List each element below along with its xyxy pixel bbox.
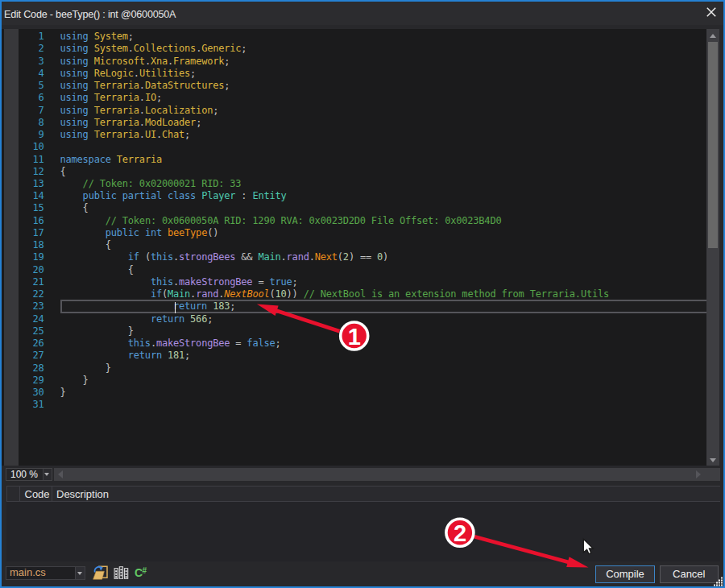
code-token: . <box>151 337 156 349</box>
zoom-dropdown-button[interactable] <box>43 469 52 480</box>
code-line-12[interactable]: 12{ <box>19 166 706 178</box>
code-token <box>60 190 83 201</box>
code-token: } <box>106 362 111 374</box>
code-token: . <box>156 129 162 140</box>
code-line-26[interactable]: 26 this.makeStrongBee = false; <box>19 337 706 350</box>
add-document-icon[interactable] <box>91 565 109 581</box>
csharp-icon[interactable]: C # <box>135 565 152 581</box>
scroll-up-arrow-icon[interactable] <box>710 34 716 38</box>
line-number: 1 <box>19 31 44 43</box>
code-token: )) <box>287 288 298 300</box>
code-line-17[interactable]: 17 public int beeType() <box>19 227 706 239</box>
code-token: Microsoft <box>94 56 145 67</box>
code-line-15[interactable]: 15 { <box>19 202 706 214</box>
code-token: using <box>60 92 89 103</box>
line-number: 4 <box>19 68 44 80</box>
vertical-scrollbar[interactable] <box>706 29 719 466</box>
code-line-28[interactable]: 28 } <box>19 362 706 375</box>
column-separator[interactable] <box>19 487 20 501</box>
code-line-16[interactable]: 16 // Token: 0x0600050A RID: 1290 RVA: 0… <box>19 215 706 227</box>
code-token <box>354 251 360 263</box>
line-number: 30 <box>19 387 44 399</box>
vertical-scrollbar-thumb[interactable] <box>708 42 718 248</box>
code-line-6[interactable]: 6using Terraria.IO; <box>19 92 706 104</box>
code-token: { <box>106 239 111 251</box>
zoom-level-combobox[interactable]: 100 % <box>6 468 52 481</box>
code-editor[interactable]: 1using System;2using System.Collections.… <box>2 29 719 466</box>
close-button[interactable] <box>702 2 720 22</box>
scroll-right-arrow-icon[interactable] <box>696 470 701 478</box>
code-line-31[interactable]: 31 <box>19 399 706 411</box>
code-token: Localization <box>145 105 213 116</box>
code-line-7[interactable]: 7using Terraria.Localization; <box>19 105 706 117</box>
code-token: Next <box>315 251 338 263</box>
code-line-14[interactable]: 14 public partial class Player : Entity <box>19 190 706 202</box>
code-token <box>162 227 168 238</box>
code-line-2[interactable]: 2using System.Collections.Generic; <box>19 43 706 55</box>
code-line-4[interactable]: 4using ReLogic.Utilities; <box>19 68 706 80</box>
resize-grip[interactable] <box>713 576 723 586</box>
code-token: Terraria <box>94 129 139 140</box>
code-token <box>371 251 377 263</box>
code-token: Terraria <box>117 154 162 165</box>
code-line-19[interactable]: 19 if (this.strongBees && Main.rand.Next… <box>19 251 706 263</box>
code-line-18[interactable]: 18 { <box>19 239 706 251</box>
code-token: . <box>139 92 145 103</box>
code-token: 2 <box>343 251 349 263</box>
code-text: using Terraria.DataStructures; <box>44 80 230 91</box>
code-token: } <box>128 325 134 337</box>
code-token: // Token: 0x02000021 RID: 33 <box>83 178 242 189</box>
code-line-9[interactable]: 9using Terraria.UI.Chat; <box>19 129 706 141</box>
code-line-5[interactable]: 5using Terraria.DataStructures; <box>19 80 706 92</box>
code-token: . <box>173 251 179 263</box>
compile-button[interactable]: Compile <box>595 565 655 583</box>
code-text <box>44 141 60 152</box>
code-token <box>60 362 106 374</box>
file-dropdown-button[interactable] <box>75 567 85 579</box>
compiler-error-list: Code Description <box>6 486 720 562</box>
code-text: // Token: 0x0600050A RID: 1290 RVA: 0x00… <box>44 215 502 226</box>
cancel-button[interactable]: Cancel <box>660 565 719 583</box>
line-number: 21 <box>19 276 44 288</box>
code-token: ; <box>213 105 218 116</box>
code-line-20[interactable]: 20 { <box>19 264 706 276</box>
error-list-body <box>6 502 720 562</box>
code-line-10[interactable]: 10 <box>19 141 706 153</box>
scroll-left-arrow-icon[interactable] <box>58 470 63 478</box>
code-line-1[interactable]: 1using System; <box>19 31 706 43</box>
column-header-description[interactable]: Description <box>56 487 109 501</box>
code-token <box>60 288 151 300</box>
title-bar[interactable]: Edit Code - beeType() : int @0600050A <box>2 2 723 25</box>
code-line-27[interactable]: 27 return 181; <box>19 350 706 362</box>
code-line-11[interactable]: 11namespace Terraria <box>19 154 706 166</box>
code-token <box>89 80 94 91</box>
file-combobox[interactable]: main.cs <box>6 566 85 580</box>
code-line-8[interactable]: 8using Terraria.ModLoader; <box>19 117 706 129</box>
code-token: rand <box>196 288 218 300</box>
scroll-down-arrow-icon[interactable] <box>710 458 716 462</box>
scrollbar-corner <box>705 468 720 482</box>
code-line-23[interactable]: 23 return 183; <box>19 300 706 313</box>
code-area[interactable]: 1using System;2using System.Collections.… <box>19 31 706 465</box>
column-header-code[interactable]: Code <box>25 487 50 501</box>
horizontal-scrollbar[interactable] <box>54 468 705 482</box>
code-token <box>89 129 94 140</box>
line-number: 5 <box>19 80 44 92</box>
code-line-29[interactable]: 29 } <box>19 375 706 387</box>
code-token: ( <box>145 251 151 263</box>
code-token: return <box>173 300 207 312</box>
code-token <box>162 350 168 361</box>
code-text: using Terraria.IO; <box>44 92 162 103</box>
code-line-22[interactable]: 22 if(Main.rand.NextBool(10)) // NextBoo… <box>19 288 706 300</box>
code-line-3[interactable]: 3using Microsoft.Xna.Framework; <box>19 56 706 68</box>
code-line-21[interactable]: 21 this.makeStrongBee = true; <box>19 276 706 288</box>
code-line-25[interactable]: 25 } <box>19 325 706 337</box>
column-separator[interactable] <box>52 487 52 501</box>
code-line-13[interactable]: 13 // Token: 0x02000021 RID: 33 <box>19 178 706 190</box>
code-token: partial <box>122 190 162 201</box>
code-text: return 181; <box>44 350 191 361</box>
assembly-references-icon[interactable] <box>113 565 130 581</box>
code-line-24[interactable]: 24 return 566; <box>19 313 706 325</box>
code-line-30[interactable]: 30} <box>19 387 706 399</box>
line-number: 18 <box>19 239 44 251</box>
